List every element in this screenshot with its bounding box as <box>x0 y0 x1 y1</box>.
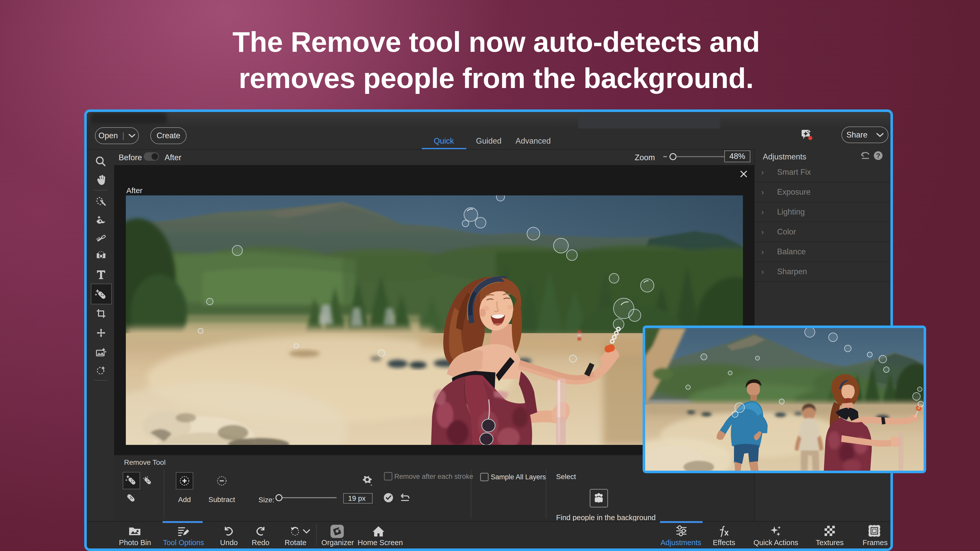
svg-text:?: ? <box>876 152 880 160</box>
